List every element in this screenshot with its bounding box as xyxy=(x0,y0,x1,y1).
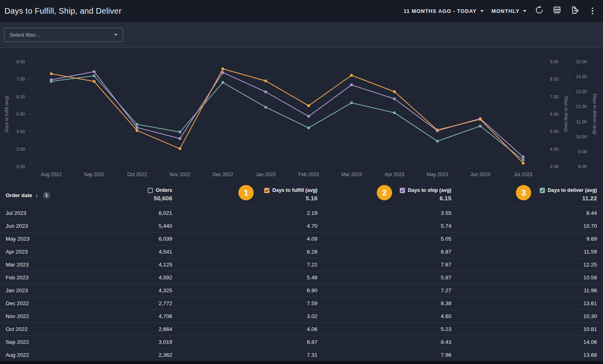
column-header-order-date[interactable]: Order date ↓ 1 xyxy=(0,184,129,206)
row-value-cell: 4.06 xyxy=(172,326,317,332)
row-value-cell: 6.28 xyxy=(172,249,317,255)
svg-text:Jun 2023: Jun 2023 xyxy=(470,172,490,177)
ship-total: 6.15 xyxy=(440,195,451,202)
svg-text:10.00: 10.00 xyxy=(576,134,587,139)
column-header-orders: Orders 50,606 xyxy=(129,184,172,206)
svg-text:9.00: 9.00 xyxy=(550,59,559,64)
export-icon xyxy=(570,6,579,16)
row-date-cell: Aug 2022 xyxy=(0,352,129,358)
row-value-cell: 5,440 xyxy=(129,223,172,229)
svg-text:8.00: 8.00 xyxy=(550,77,559,81)
row-date-cell: Jun 2023 xyxy=(0,223,129,229)
granularity-label: MONTHLY xyxy=(492,8,520,14)
chart-section: 8.009.007.008.006.007.005.006.004.005.00… xyxy=(0,48,603,184)
svg-text:Days to ship (avg): Days to ship (avg) xyxy=(564,96,569,132)
table-row[interactable]: Jan 20234,3256.907.2711.96 xyxy=(0,284,603,297)
row-value-cell: 4,125 xyxy=(129,262,172,268)
svg-text:14.00: 14.00 xyxy=(576,74,587,79)
svg-text:Mar 2023: Mar 2023 xyxy=(341,172,362,177)
row-date-cell: Jan 2023 xyxy=(0,287,129,293)
svg-text:Feb 2023: Feb 2023 xyxy=(298,172,319,177)
ship-checkbox[interactable] xyxy=(400,188,405,193)
page-title: Days to Fulfill, Ship, and Deliver xyxy=(4,6,121,16)
line-chart: 8.009.007.008.006.007.005.006.004.005.00… xyxy=(0,48,603,184)
table-row[interactable]: Oct 20222,6644.065.2310.81 xyxy=(0,322,603,335)
row-value-cell: 4,706 xyxy=(129,313,172,319)
annotation-badge-2: 2 xyxy=(377,185,392,200)
row-value-cell: 5.48 xyxy=(172,275,317,281)
table-row[interactable]: Mar 20234,1257.227.6712.25 xyxy=(0,258,603,271)
fulfill-checkbox[interactable] xyxy=(264,188,269,193)
chevron-down-icon xyxy=(523,10,526,12)
annotation-badge-3: 3 xyxy=(516,185,531,200)
svg-text:May 2023: May 2023 xyxy=(427,172,448,177)
sort-priority-badge: 1 xyxy=(43,191,50,199)
table-row[interactable]: Nov 20224,7063.024.6010.30 xyxy=(0,310,603,322)
row-value-cell: 5.87 xyxy=(317,275,451,281)
table-row[interactable]: Sep 20223,0196.878.4314.06 xyxy=(0,335,603,348)
row-value-cell: 6,021 xyxy=(129,210,172,216)
svg-text:13.00: 13.00 xyxy=(576,89,587,94)
row-value-cell: 2,664 xyxy=(129,326,172,332)
row-value-cell: 6.87 xyxy=(172,339,317,345)
row-date-cell: May 2023 xyxy=(0,236,129,242)
date-range-dropdown[interactable]: 11 MONTHS AGO - TODAY xyxy=(404,8,484,14)
row-date-cell: Sep 2022 xyxy=(0,339,129,345)
svg-text:6.00: 6.00 xyxy=(550,112,559,116)
table-icon xyxy=(553,6,561,16)
table-row[interactable]: Jun 20235,4404.705.7410.70 xyxy=(0,219,603,232)
row-date-cell: Feb 2023 xyxy=(0,275,129,281)
refresh-icon xyxy=(535,6,544,16)
orders-checkbox[interactable] xyxy=(148,188,153,193)
row-date-cell: Dec 2022 xyxy=(0,300,129,306)
row-value-cell: 7.22 xyxy=(172,262,317,268)
svg-text:2.00: 2.00 xyxy=(17,164,25,169)
table-row[interactable]: Dec 20222,7727.598.3813.61 xyxy=(0,297,603,310)
granularity-dropdown[interactable]: MONTHLY xyxy=(492,8,526,14)
row-value-cell: 2,362 xyxy=(129,352,172,358)
deliver-checkbox[interactable] xyxy=(540,188,545,193)
row-value-cell: 8.43 xyxy=(317,339,451,345)
more-menu-button[interactable] xyxy=(588,6,597,16)
kebab-menu-icon xyxy=(592,8,593,15)
row-value-cell: 5.05 xyxy=(317,236,451,242)
table-row[interactable]: Jul 20236,0212.193.558.44 xyxy=(0,206,603,219)
row-value-cell: 4.60 xyxy=(317,313,451,319)
fulfill-label: Days to fulfill (avg) xyxy=(272,187,317,193)
svg-text:Dec 2022: Dec 2022 xyxy=(213,172,234,177)
row-value-cell: 2.19 xyxy=(172,210,317,216)
sort-descending-icon: ↓ xyxy=(35,192,38,198)
table-row[interactable]: Aug 20222,3627.317.9613.68 xyxy=(0,348,603,361)
row-value-cell: 11.96 xyxy=(451,287,603,293)
fulfill-total: 5.16 xyxy=(306,195,317,202)
svg-text:8.00: 8.00 xyxy=(578,164,587,169)
svg-text:Aug 2022: Aug 2022 xyxy=(41,172,62,177)
svg-text:5.00: 5.00 xyxy=(17,112,25,116)
row-value-cell: 4,592 xyxy=(129,275,172,281)
row-value-cell: 6.87 xyxy=(317,249,451,255)
table-row[interactable]: Feb 20234,5925.485.8710.58 xyxy=(0,271,603,284)
row-value-cell: 8.38 xyxy=(317,300,451,306)
row-value-cell: 5.23 xyxy=(317,326,451,332)
header-controls: 11 MONTHS AGO - TODAY MONTHLY xyxy=(404,6,597,16)
svg-text:8.00: 8.00 xyxy=(17,59,25,64)
deliver-total: 11.22 xyxy=(582,195,597,202)
refresh-button[interactable] xyxy=(534,6,544,16)
row-value-cell: 7.27 xyxy=(317,287,451,293)
row-value-cell: 4.70 xyxy=(172,223,317,229)
table-row[interactable]: May 20236,0394.095.059.69 xyxy=(0,232,603,245)
filter-select[interactable]: Select filter... xyxy=(4,28,123,42)
export-button[interactable] xyxy=(570,6,580,16)
row-value-cell: 6,039 xyxy=(129,236,172,242)
svg-text:Jul 2023: Jul 2023 xyxy=(514,172,532,177)
svg-text:12.00: 12.00 xyxy=(576,104,587,109)
table-row[interactable]: Apr 20234,5416.286.8711.59 xyxy=(0,245,603,258)
row-value-cell: 10.81 xyxy=(451,326,603,332)
row-value-cell: 7.59 xyxy=(172,300,317,306)
svg-text:Jan 2023: Jan 2023 xyxy=(256,172,276,177)
row-value-cell: 5.74 xyxy=(317,223,451,229)
row-value-cell: 10.58 xyxy=(451,275,603,281)
row-value-cell: 8.44 xyxy=(451,210,603,216)
table-view-button[interactable] xyxy=(552,6,562,16)
svg-text:11.00: 11.00 xyxy=(576,119,587,124)
